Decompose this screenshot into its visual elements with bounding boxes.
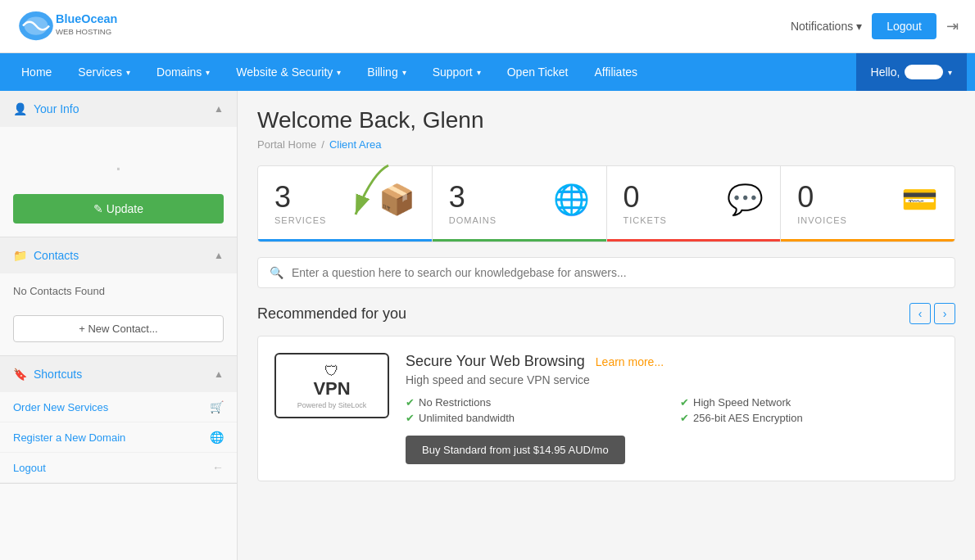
shortcuts-header[interactable]: 🔖 Shortcuts ▲ xyxy=(0,356,237,392)
shortcuts-title: 🔖 Shortcuts xyxy=(13,368,82,381)
contacts-header[interactable]: 📁 Contacts ▲ xyxy=(0,237,237,273)
search-bar: 🔍 xyxy=(257,257,955,288)
stats-container: 3 SERVICES 📦 3 DOMAINS 🌐 0 TICKETS xyxy=(257,165,955,242)
contacts-title: 📁 Contacts xyxy=(13,249,79,262)
vpn-title-text: Secure Your Web Browsing xyxy=(406,353,585,369)
new-contact-button[interactable]: + New Contact... xyxy=(13,315,224,342)
vpn-logo: 🛡 VPN Powered by SiteLock xyxy=(274,353,389,418)
stat-services-number: 3 xyxy=(274,183,326,212)
stat-invoices-label: INVOICES xyxy=(797,215,847,225)
nav-bar: Home Services ▾ Domains ▾ Website & Secu… xyxy=(0,53,975,91)
nav-affiliates[interactable]: Affiliates xyxy=(581,54,651,90)
shortcut-register-domain[interactable]: Register a New Domain 🌐 xyxy=(0,422,237,453)
update-button[interactable]: ✎ Update xyxy=(13,194,224,224)
stat-invoices-left: 0 INVOICES xyxy=(797,183,847,225)
nav-home[interactable]: Home xyxy=(8,54,65,90)
cart-icon: 🛒 xyxy=(210,400,224,413)
vpn-learn-more-link[interactable]: Learn more... xyxy=(596,355,664,368)
shortcuts-chevron: ▲ xyxy=(214,368,224,380)
nav-domains-label: Domains xyxy=(156,65,202,79)
breadcrumb-separator: / xyxy=(321,138,324,151)
contacts-section: 📁 Contacts ▲ No Contacts Found + New Con… xyxy=(0,237,237,356)
vpn-brand-text: VPN xyxy=(313,380,350,398)
stat-tickets-left: 0 TICKETS xyxy=(624,183,667,225)
hello-label: Hello, xyxy=(871,65,900,79)
your-info-title: 👤 Your Info xyxy=(13,102,79,115)
vpn-details: Secure Your Web Browsing Learn more... H… xyxy=(406,353,938,464)
next-arrow-button[interactable]: › xyxy=(934,303,955,324)
stats-row: 3 SERVICES 📦 3 DOMAINS 🌐 0 TICKETS xyxy=(257,165,955,242)
main-content: Welcome Back, Glenn Portal Home / Client… xyxy=(238,91,975,560)
search-icon: 🔍 xyxy=(270,266,283,279)
nav-support[interactable]: Support ▾ xyxy=(419,54,494,90)
vpn-powered-label: Powered by SiteLock xyxy=(297,401,367,409)
vpn-feature-0: ✔ No Restrictions xyxy=(406,396,664,409)
nav-billing-label: Billing xyxy=(367,65,397,79)
person-icon: 👤 xyxy=(13,102,27,115)
main-layout: 👤 Your Info ▲ · ✎ Update 📁 Contacts ▲ No… xyxy=(0,91,975,560)
stat-services[interactable]: 3 SERVICES 📦 xyxy=(258,166,433,242)
vpn-card: 🛡 VPN Powered by SiteLock Secure Your We… xyxy=(257,336,955,481)
sidebar: 👤 Your Info ▲ · ✎ Update 📁 Contacts ▲ No… xyxy=(0,91,238,560)
vpn-title: Secure Your Web Browsing Learn more... xyxy=(406,353,938,370)
nav-services[interactable]: Services ▾ xyxy=(65,54,143,90)
shortcut-register-label: Register a New Domain xyxy=(13,431,125,444)
contacts-icon: 📁 xyxy=(13,249,27,262)
nav-website-security[interactable]: Website & Security ▾ xyxy=(223,54,354,90)
nav-support-label: Support xyxy=(433,65,473,79)
check-icon-0: ✔ xyxy=(406,396,415,409)
vpn-feature-label-1: High Speed Network xyxy=(693,396,791,409)
prev-arrow-button[interactable]: ‹ xyxy=(909,303,931,324)
nav-open-ticket[interactable]: Open Ticket xyxy=(494,54,582,90)
notifications-label: Notifications xyxy=(791,20,853,33)
invoices-icon: 💳 xyxy=(901,183,938,217)
your-info-header[interactable]: 👤 Your Info ▲ xyxy=(0,91,237,127)
breadcrumb-home[interactable]: Portal Home xyxy=(257,138,316,151)
avatar: · xyxy=(13,140,224,194)
nav-hello: Hello, ▾ xyxy=(856,53,967,91)
stat-tickets[interactable]: 0 TICKETS 💬 xyxy=(607,166,782,242)
vpn-feature-label-0: No Restrictions xyxy=(419,396,491,409)
recommended-header: Recommended for you ‹ › xyxy=(257,303,955,324)
bookmark-icon: 🔖 xyxy=(13,368,27,381)
vpn-feature-label-3: 256-bit AES Encryption xyxy=(693,412,803,424)
stat-services-left: 3 SERVICES xyxy=(274,183,326,225)
stat-invoices[interactable]: 0 INVOICES 💳 xyxy=(781,166,955,242)
nav-domains[interactable]: Domains ▾ xyxy=(143,54,223,90)
top-bar: BlueOcean WEB HOSTING Notifications ▾ Lo… xyxy=(0,0,975,53)
check-icon-2: ✔ xyxy=(406,412,415,424)
no-contacts-message: No Contacts Found xyxy=(0,273,237,309)
stat-domains[interactable]: 3 DOMAINS 🌐 xyxy=(433,166,607,242)
carousel-nav: ‹ › xyxy=(909,303,955,324)
nav-billing[interactable]: Billing ▾ xyxy=(354,54,419,90)
vpn-feature-label-2: Unlimited bandwidth xyxy=(419,412,515,424)
services-icon: 📦 xyxy=(379,183,415,217)
nav-home-label: Home xyxy=(21,65,52,79)
vpn-feature-1: ✔ High Speed Network xyxy=(680,396,938,409)
your-info-content: · ✎ Update xyxy=(0,127,237,237)
stat-services-label: SERVICES xyxy=(274,215,326,225)
shield-icon: 🛡 xyxy=(324,363,339,380)
vpn-feature-2: ✔ Unlimited bandwidth xyxy=(406,412,664,424)
check-icon-3: ✔ xyxy=(680,412,689,424)
nav-open-ticket-label: Open Ticket xyxy=(507,65,569,79)
services-caret: ▾ xyxy=(126,68,130,77)
shortcut-order-label: Order New Services xyxy=(13,401,108,413)
buy-button[interactable]: Buy Standard from just $14.95 AUD/mo xyxy=(406,436,625,464)
notifications-button[interactable]: Notifications ▾ xyxy=(791,20,862,33)
stat-domains-number: 3 xyxy=(449,183,497,212)
support-caret: ▾ xyxy=(477,68,481,77)
globe-icon: 🌐 xyxy=(210,431,224,444)
search-input[interactable] xyxy=(292,266,943,279)
stat-invoices-number: 0 xyxy=(797,183,847,212)
your-info-section: 👤 Your Info ▲ · ✎ Update xyxy=(0,91,237,237)
shortcut-logout[interactable]: Logout ← xyxy=(0,453,237,483)
logout-button[interactable]: Logout xyxy=(872,13,936,39)
logo-area: BlueOcean WEB HOSTING xyxy=(16,7,147,46)
user-caret: ▾ xyxy=(948,68,952,77)
shortcut-order-new[interactable]: Order New Services 🛒 xyxy=(0,392,237,422)
breadcrumb: Portal Home / Client Area xyxy=(257,138,955,151)
check-icon-1: ✔ xyxy=(680,396,689,409)
svg-text:WEB HOSTING: WEB HOSTING xyxy=(56,27,111,36)
exit-icon[interactable]: ⇥ xyxy=(946,17,959,35)
